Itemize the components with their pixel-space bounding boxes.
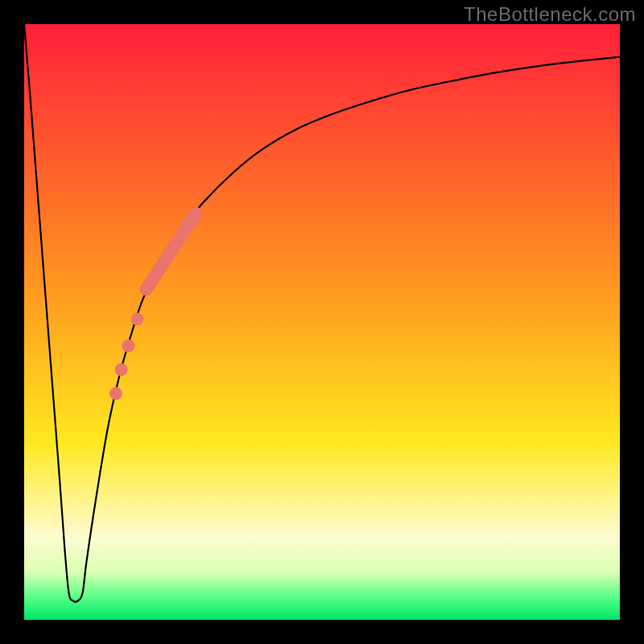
- plot-area: [24, 24, 620, 620]
- gradient-background: [24, 24, 620, 620]
- data-point: [115, 363, 128, 376]
- watermark-text: TheBottleneck.com: [464, 3, 636, 26]
- data-point: [109, 387, 122, 400]
- data-point: [122, 340, 135, 353]
- chart-frame: TheBottleneck.com: [0, 0, 644, 644]
- chart-svg: [24, 24, 620, 620]
- data-point: [131, 312, 144, 325]
